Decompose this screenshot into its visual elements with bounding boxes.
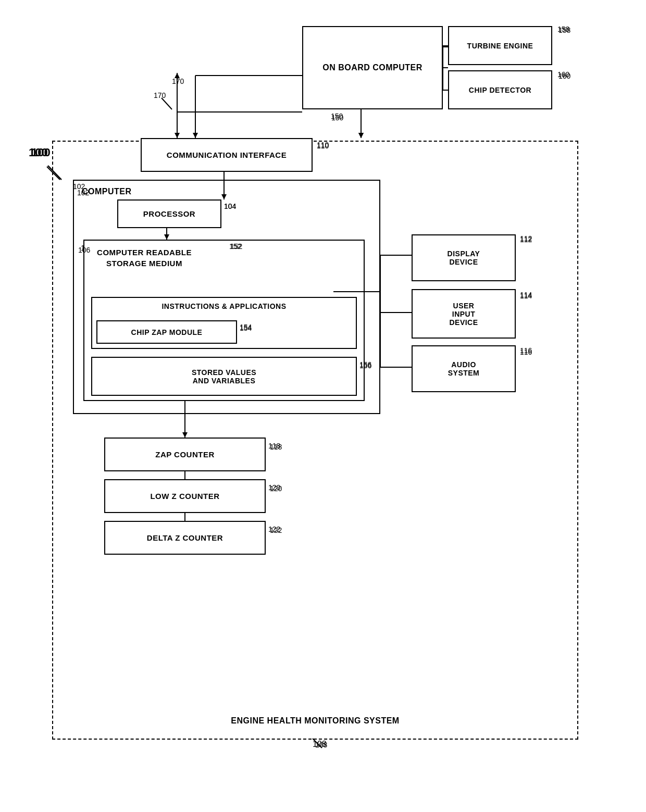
ref-104-label: 104 bbox=[224, 202, 236, 210]
diagram: ON BOARD COMPUTER TURBINE ENGINE 158 CHI… bbox=[0, 0, 646, 812]
ref-118-label: 118 bbox=[270, 443, 282, 451]
ref-112-label: 112 bbox=[520, 235, 532, 244]
ref-114-label: 114 bbox=[520, 292, 532, 300]
ref-120-label: 120 bbox=[270, 484, 282, 493]
svg-line-44 bbox=[162, 98, 172, 109]
display-device-box: DISPLAY DEVICE bbox=[412, 234, 516, 281]
ref-158-label: 158 bbox=[558, 26, 570, 34]
chip-detector-box: CHIP DETECTOR bbox=[448, 70, 552, 109]
ref-170-label: 170 bbox=[154, 91, 166, 99]
ref-110-label: 110 bbox=[317, 142, 329, 150]
svg-marker-1 bbox=[358, 133, 364, 138]
audio-system-box: AUDIO SYSTEM bbox=[412, 345, 516, 392]
ref-122-label: 122 bbox=[270, 526, 282, 534]
zap-counter-box: ZAP COUNTER bbox=[104, 438, 266, 471]
processor-box: PROCESSOR bbox=[117, 199, 221, 228]
svg-marker-35 bbox=[175, 133, 180, 138]
ref-102-label: 102 bbox=[77, 189, 89, 197]
engine-health-monitoring-system-label: ENGINE HEALTH MONITORING SYSTEM bbox=[52, 716, 578, 726]
ref-156-label: 156 bbox=[359, 361, 371, 370]
low-z-counter-box: LOW Z COUNTER bbox=[104, 479, 266, 513]
ref-100-label: 100 bbox=[31, 146, 51, 159]
delta-z-counter-box: DELTA Z COUNTER bbox=[104, 521, 266, 555]
ref-116-label: 116 bbox=[520, 348, 532, 356]
svg-marker-33 bbox=[358, 133, 364, 138]
ref-160-label: 160 bbox=[558, 72, 570, 80]
ref-152-label: 152 bbox=[230, 242, 242, 251]
user-input-device-box: USER INPUT DEVICE bbox=[412, 289, 516, 339]
chip-zap-module-box: CHIP ZAP MODULE bbox=[96, 320, 237, 344]
ref-170: 170 bbox=[172, 77, 184, 85]
stored-values-box: STORED VALUES AND VARIABLES bbox=[91, 357, 357, 396]
ref-108-label: 108 bbox=[315, 741, 327, 749]
ref-106-label: 106 bbox=[78, 246, 90, 254]
turbine-engine-box: TURBINE ENGINE bbox=[448, 26, 552, 65]
communication-interface-box: COMMUNICATION INTERFACE bbox=[141, 138, 313, 172]
ref-154-label: 154 bbox=[240, 324, 252, 332]
svg-marker-14 bbox=[193, 133, 198, 138]
on-board-computer-box: ON BOARD COMPUTER bbox=[302, 26, 443, 109]
ref-150-label: 150 bbox=[331, 114, 343, 122]
